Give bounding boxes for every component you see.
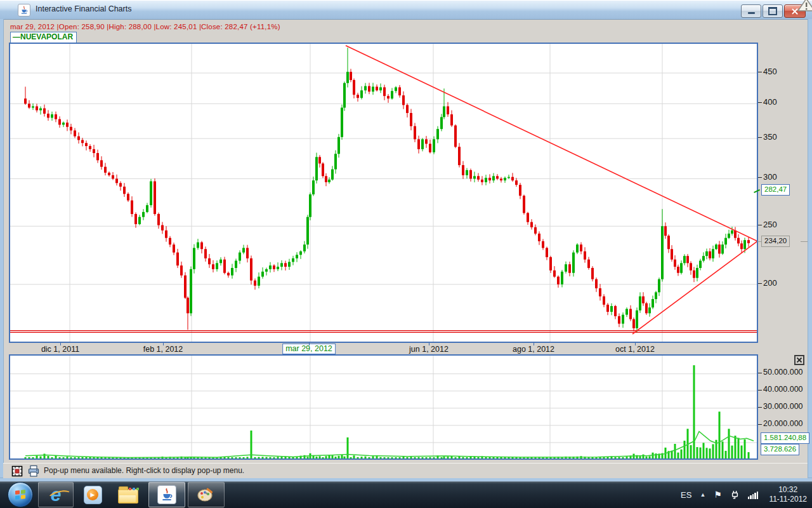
date-axis-label: jun 1, 2012 [409,345,449,354]
window-title: Interactive Financial Charts [36,4,131,13]
status-bar: Pop-up menu available. Right-click to di… [3,463,808,478]
selection-tool-icon[interactable] [11,465,23,478]
minimize-button[interactable] [741,4,761,18]
legend-line-sample: — [13,32,20,41]
volume-axis-label: 30.000.000 [763,402,803,411]
price-chart-pane[interactable] [9,43,758,343]
price-axis-tick [758,137,762,138]
volume-axis-label: 50.000.000 [763,368,803,377]
paint-palette-icon [197,486,216,503]
volume-ma-marker: 1.581.240,88 [761,432,809,444]
desktop: Interactive Financial Charts mar 29, 201… [0,0,812,508]
price-axis-label: 300 [763,172,777,182]
price-axis-tick [758,177,762,178]
ohlc-readout: mar 29, 2012 |Open: 258,90 |High: 288,00… [10,23,280,30]
taskbar-media-player[interactable]: ▶ [76,482,109,507]
last-price-marker: 234,20 [761,236,790,247]
volume-value-marker: 3.728.626 [761,444,799,455]
selected-close-price-marker: 282,47 [761,184,790,196]
alert-triangle-icon [797,0,812,11]
series-legend[interactable]: —NUEVAPOLAR [10,32,77,43]
price-axis-label: 400 [763,97,777,107]
date-axis-label: oct 1, 2012 [615,345,655,354]
taskbar-paint[interactable] [188,482,225,507]
windows-logo-icon [8,482,33,507]
price-axis-label: 250 [763,220,777,229]
price-axis-tick [758,72,762,72]
network-signal-icon[interactable] [748,491,759,499]
price-axis-label: 200 [763,278,777,288]
java-app-icon [18,4,30,17]
power-plug-icon[interactable] [730,490,740,500]
volume-axis-tick [758,390,762,391]
window-frame-right [808,19,812,478]
show-hidden-icons-chevron[interactable]: ▲ [700,491,705,498]
internet-explorer-icon: e [51,485,62,504]
volume-chart-pane[interactable] [9,354,758,460]
print-icon[interactable] [27,465,40,478]
close-x-icon [797,358,802,363]
price-axis-label: 450 [763,67,777,76]
price-axis-tick [758,283,762,284]
tray-date: 11-11-2012 [769,495,807,504]
price-axis-tick [758,102,762,103]
price-axis-label: 350 [763,132,777,142]
price-axis-tick [758,225,762,225]
maximize-icon [768,7,777,15]
play-icon: ▶ [91,491,95,498]
tray-time: 10:32 [769,485,807,495]
candlestick-chart [10,44,757,342]
java-cup-icon [20,6,29,15]
minimize-icon [748,12,755,14]
selected-date-label: mar 29, 2012 [282,344,336,354]
legend-symbol-label: NUEVAPOLAR [20,32,73,41]
volume-chart [10,356,757,458]
clock[interactable]: 10:32 11-11-2012 [769,485,807,504]
volume-axis-tick [758,373,762,373]
language-indicator[interactable]: ES [681,490,691,500]
date-axis-label: feb 1, 2012 [143,345,183,354]
taskbar-explorer[interactable] [112,482,145,507]
date-axis-label: ago 1, 2012 [513,345,554,354]
maximize-button[interactable] [763,4,783,18]
titlebar[interactable]: Interactive Financial Charts [0,0,812,20]
taskbar-internet-explorer[interactable]: e [38,482,74,507]
taskbar: e ▶ [0,481,812,508]
volume-axis-label: 40.000.000 [763,385,803,394]
folder-icon [118,489,138,504]
action-center-flag-icon[interactable]: ⚑ [714,490,722,500]
date-axis-label: dic 1, 2011 [41,345,79,354]
window-frame-left [0,19,4,478]
volume-axis-label: 20.000.000 [763,419,803,428]
status-message: Pop-up menu available. Right-click to di… [44,466,244,475]
volume-axis-tick [758,424,762,425]
media-player-icon: ▶ [84,486,102,504]
start-button[interactable] [4,482,37,507]
last-price-leader-right [801,241,808,242]
volume-axis-tick [758,407,762,408]
taskbar-java-app[interactable] [148,482,185,507]
volume-pane-close-button[interactable] [794,355,804,365]
system-tray: ES ▲ ⚑ 10:32 11-11-2012 [681,481,807,508]
java-cup-icon [157,485,176,504]
